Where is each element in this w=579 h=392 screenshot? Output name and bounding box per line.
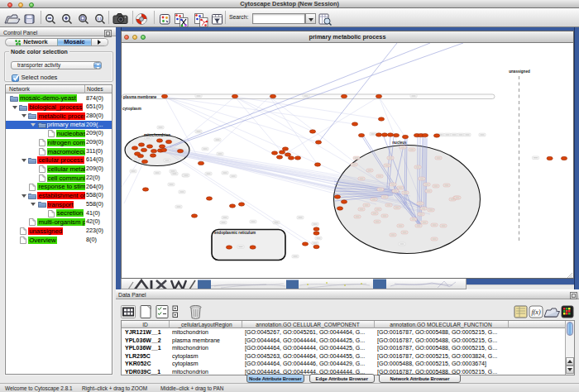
svg-text:f(x): f(x) [531,308,540,316]
svg-text:1:1: 1:1 [97,17,102,21]
svg-text:mitochondrion: mitochondrion [144,132,170,136]
svg-text:endoplasmic reticulum: endoplasmic reticulum [214,230,256,234]
svg-text:plasma membrane: plasma membrane [123,94,157,98]
svg-text:unassigned: unassigned [509,69,530,74]
svg-text:cytoplasm: cytoplasm [122,107,141,111]
